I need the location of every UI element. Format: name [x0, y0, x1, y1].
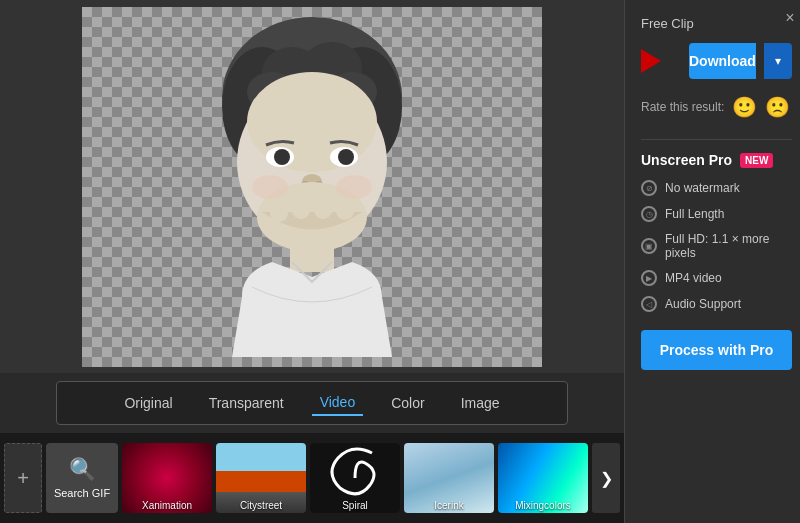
plus-icon: + [17, 467, 29, 490]
full-length-icon: ◷ [641, 206, 657, 222]
full-length-text: Full Length [665, 207, 724, 221]
process-with-pro-button[interactable]: Process with Pro [641, 330, 792, 370]
thumbnail-citystreet[interactable]: Citystreet [216, 443, 306, 513]
full-hd-text: Full HD: 1.1 × more pixels [665, 232, 792, 260]
right-panel: × Free Clip Download ▾ Rate this result:… [624, 0, 800, 523]
close-icon: × [785, 9, 794, 27]
happy-emoji[interactable]: 🙂 [732, 95, 757, 119]
tab-video[interactable]: Video [312, 390, 364, 416]
thumb-icerink-label: Icerink [404, 500, 494, 511]
arrow-indicator [641, 49, 681, 73]
download-button[interactable]: Download [689, 43, 756, 79]
full-hd-icon: ▣ [641, 238, 657, 254]
feature-audio: ◁ Audio Support [641, 296, 792, 312]
pro-title: Unscreen Pro [641, 152, 732, 168]
feature-no-watermark: ⊘ No watermark [641, 180, 792, 196]
new-badge: NEW [740, 153, 773, 168]
thumbnail-spiral[interactable]: Spiral [310, 443, 400, 513]
rate-row: Rate this result: 🙂 🙁 [641, 95, 792, 119]
svg-point-21 [252, 175, 288, 199]
svg-rect-18 [292, 187, 310, 219]
thumbnail-mixingcolors[interactable]: Mixingcolors [498, 443, 588, 513]
thumbnail-icerink[interactable]: Icerink [404, 443, 494, 513]
svg-point-11 [274, 149, 290, 165]
chevron-right-icon: ❯ [600, 469, 613, 488]
svg-rect-19 [314, 187, 332, 219]
thumb-spiral-label: Spiral [310, 500, 400, 511]
rate-label: Rate this result: [641, 100, 724, 114]
thumbnail-xanimation[interactable]: Xanimation [122, 443, 212, 513]
tab-bar: Original Transparent Video Color Image [56, 381, 568, 425]
chevron-down-icon: ▾ [775, 54, 781, 68]
feature-full-length: ◷ Full Length [641, 206, 792, 222]
tab-original[interactable]: Original [116, 391, 180, 415]
free-clip-label: Free Clip [641, 16, 792, 31]
preview-area [0, 0, 624, 373]
thumb-citystreet-label: Citystreet [216, 500, 306, 511]
divider [641, 139, 792, 140]
sad-emoji[interactable]: 🙁 [765, 95, 790, 119]
add-file-button[interactable]: + [4, 443, 42, 513]
mp4-icon: ▶ [641, 270, 657, 286]
panel-content: Free Clip Download ▾ Rate this result: 🙂… [625, 0, 800, 523]
svg-point-22 [336, 175, 372, 199]
mp4-text: MP4 video [665, 271, 722, 285]
download-row: Download ▾ [641, 43, 792, 79]
feature-mp4: ▶ MP4 video [641, 270, 792, 286]
search-gif-label: Search GIF [54, 487, 110, 499]
thumbnail-strip: + 🔍 Search GIF Xanimation Citystreet Spi… [0, 433, 624, 523]
thumb-xanimation-label: Xanimation [122, 500, 212, 511]
no-watermark-text: No watermark [665, 181, 740, 195]
tab-transparent[interactable]: Transparent [201, 391, 292, 415]
thumb-mixingcolors-label: Mixingcolors [498, 500, 588, 511]
feature-full-hd: ▣ Full HD: 1.1 × more pixels [641, 232, 792, 260]
subject-image [162, 17, 462, 357]
search-gif-button[interactable]: 🔍 Search GIF [46, 443, 118, 513]
search-icon: 🔍 [69, 457, 96, 483]
svg-point-12 [338, 149, 354, 165]
audio-text: Audio Support [665, 297, 741, 311]
no-watermark-icon: ⊘ [641, 180, 657, 196]
main-area: Original Transparent Video Color Image +… [0, 0, 624, 523]
tab-color[interactable]: Color [383, 391, 432, 415]
tab-wrapper: Original Transparent Video Color Image [0, 373, 624, 433]
audio-icon: ◁ [641, 296, 657, 312]
canvas-checkerboard [82, 7, 542, 367]
tab-image[interactable]: Image [453, 391, 508, 415]
strip-next-button[interactable]: ❯ [592, 443, 620, 513]
download-dropdown-button[interactable]: ▾ [764, 43, 792, 79]
close-button[interactable]: × [780, 8, 800, 28]
pro-header: Unscreen Pro NEW [641, 152, 792, 168]
